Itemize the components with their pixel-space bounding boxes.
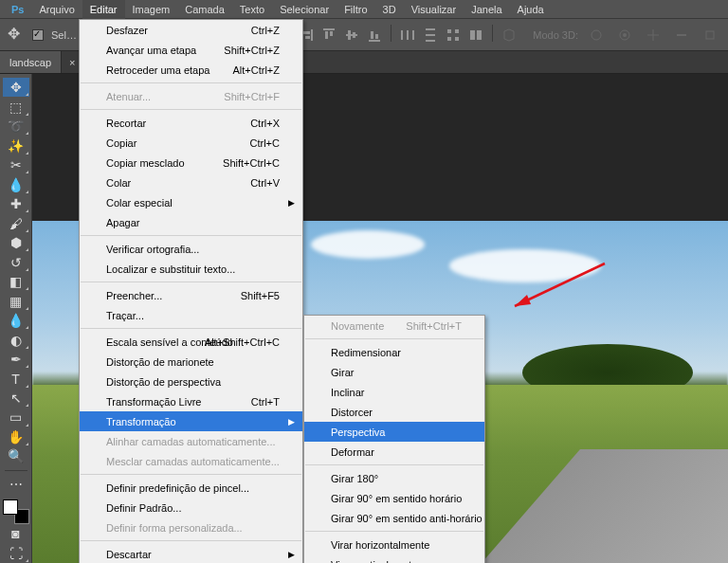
edit-menu-item[interactable]: Localizar e substituir texto... (80, 259, 302, 279)
3d-orbit-icon[interactable] (586, 25, 607, 45)
edit-menu-item[interactable]: Copiar mescladoShift+Ctrl+C (80, 153, 302, 173)
menu-ajuda[interactable]: Ajuda (510, 0, 552, 19)
type-tool[interactable]: T (3, 369, 29, 388)
distribute-h-icon[interactable] (397, 25, 418, 45)
edit-menu-item[interactable]: Preencher...Shift+F5 (80, 285, 302, 305)
edit-menu-item: Definir forma personalizada... (80, 518, 302, 537)
align-center-v-icon[interactable] (341, 25, 362, 45)
edit-menu-item[interactable]: Definir predefinição de pincel... (80, 478, 302, 498)
lasso-tool[interactable]: ➰ (3, 117, 29, 136)
edit-menu-item[interactable]: Definir Padrão... (80, 498, 302, 518)
edit-menu-item[interactable]: ColarCtrl+V (80, 173, 302, 192)
shape-tool[interactable]: ▭ (3, 408, 29, 427)
edit-toolbar-icon[interactable]: ⋯ (3, 475, 29, 494)
eraser-tool[interactable]: ◧ (3, 272, 29, 291)
svg-rect-13 (348, 30, 351, 40)
3d-zoom-icon[interactable] (700, 25, 720, 45)
3d-pan-icon[interactable] (643, 25, 664, 45)
menu-item-label: Descartar (106, 549, 152, 560)
transform-menu-item[interactable]: Inclinar (304, 382, 484, 402)
menu-texto[interactable]: Texto (232, 0, 272, 19)
move-tool[interactable]: ✥ (3, 78, 29, 97)
quickmask-icon[interactable]: ◙ (3, 524, 29, 543)
stamp-tool[interactable]: ⬢ (3, 233, 29, 252)
wand-tool[interactable]: ✨ (3, 136, 29, 154)
edit-menu-item[interactable]: Escala sensível a conteúdoAlt+Shift+Ctrl… (80, 332, 302, 352)
transform-menu-item[interactable]: Virar verticalmente (304, 554, 484, 563)
edit-menu-item[interactable]: Distorção de marionete (80, 352, 302, 372)
menu-shortcut: Alt+Ctrl+Z (232, 64, 280, 76)
marquee-tool[interactable]: ⬚ (3, 97, 29, 116)
blur-tool[interactable]: 💧 (3, 311, 29, 330)
svg-rect-11 (330, 31, 333, 36)
history-brush-tool[interactable]: ↺ (3, 252, 29, 271)
menu-arquivo[interactable]: Arquivo (31, 0, 82, 19)
foreground-color[interactable] (3, 499, 18, 515)
3d-mode-icon[interactable] (499, 25, 519, 45)
align-top-icon[interactable] (318, 25, 339, 45)
svg-rect-8 (305, 36, 310, 39)
edit-menu-item[interactable]: RecortarCtrl+X (80, 113, 302, 133)
menu-3d[interactable]: 3D (375, 0, 404, 19)
dodge-tool[interactable]: ◐ (3, 330, 29, 349)
edit-menu: DesfazerCtrl+ZAvançar uma etapaShift+Ctr… (79, 19, 303, 563)
align-bottom-icon[interactable] (364, 25, 385, 45)
menu-item-label: Verificar ortografia... (106, 244, 199, 255)
transform-menu-item[interactable]: Redimensionar (304, 342, 484, 362)
3d-roll-icon[interactable] (614, 25, 635, 45)
menu-item-label: Apagar (106, 217, 139, 228)
edit-menu-item[interactable]: Verificar ortografia... (80, 239, 302, 259)
transform-menu-item[interactable]: Distorcer (304, 402, 484, 422)
eyedropper-tool[interactable]: 💧 (3, 174, 29, 193)
transform-menu-item[interactable]: Girar 90° em sentido anti-horário (304, 508, 484, 528)
edit-menu-item[interactable]: DesfazerCtrl+Z (80, 20, 302, 40)
brush-tool[interactable]: 🖌 (3, 213, 29, 232)
menu-filtro[interactable]: Filtro (337, 0, 374, 19)
menu-imagem[interactable]: Imagem (125, 0, 178, 19)
svg-rect-33 (706, 31, 714, 39)
edit-menu-item[interactable]: Colar especial▶ (80, 192, 302, 212)
crop-tool[interactable]: ✂ (3, 155, 29, 174)
distribute-sp-icon[interactable] (443, 25, 464, 45)
distribute-v-icon[interactable] (420, 25, 441, 45)
move-tool-icon[interactable] (8, 27, 25, 44)
gradient-tool[interactable]: ▦ (3, 291, 29, 310)
menu-item-label: Inclinar (331, 387, 364, 398)
edit-menu-item[interactable]: Retroceder uma etapaAlt+Ctrl+Z (80, 60, 302, 80)
path-tool[interactable]: ↖ (3, 389, 29, 408)
auto-select-checkbox[interactable] (32, 29, 44, 41)
document-tab[interactable]: landscap (0, 51, 62, 73)
edit-menu-item[interactable]: Descartar▶ (80, 544, 302, 563)
heal-tool[interactable]: ✚ (3, 194, 29, 213)
transform-menu-item[interactable]: Perspectiva (304, 422, 484, 442)
transform-menu-item[interactable]: Girar 90° em sentido horário (304, 488, 484, 508)
transform-menu-item[interactable]: Girar 180° (304, 468, 484, 488)
menu-visualizar[interactable]: Visualizar (404, 0, 464, 19)
menu-camada[interactable]: Camada (177, 0, 232, 19)
edit-menu-item[interactable]: Transformação▶ (80, 411, 302, 431)
menu-shortcut: Shift+Ctrl+Z (224, 45, 280, 56)
3d-slide-icon[interactable] (671, 25, 692, 45)
edit-menu-item[interactable]: Avançar uma etapaShift+Ctrl+Z (80, 40, 302, 60)
edit-menu-item[interactable]: Traçar... (80, 305, 302, 325)
transform-menu-item[interactable]: Virar horizontalmente (304, 535, 484, 554)
pen-tool[interactable]: ✒ (3, 350, 29, 369)
menu-shortcut: Shift+F5 (241, 290, 280, 301)
hand-tool[interactable]: ✋ (3, 427, 29, 446)
menu-editar[interactable]: Editar (82, 0, 125, 19)
auto-align-icon[interactable] (465, 25, 486, 45)
transform-menu-item[interactable]: Deformar (304, 442, 484, 462)
edit-menu-item[interactable]: Apagar (80, 212, 302, 232)
menu-janela[interactable]: Janela (464, 0, 509, 19)
menu-shortcut: Shift+Ctrl+F (224, 91, 280, 102)
color-swatches[interactable] (3, 499, 29, 524)
menu-item-label: Mesclar camadas automaticamente... (106, 456, 280, 467)
transform-menu-item[interactable]: Girar (304, 362, 484, 382)
menu-selecionar[interactable]: Selecionar (272, 0, 337, 19)
edit-menu-item[interactable]: CopiarCtrl+C (80, 133, 302, 153)
edit-menu-item[interactable]: Transformação LivreCtrl+T (80, 391, 302, 411)
zoom-tool[interactable]: 🔍 (3, 446, 29, 465)
screenmode-icon[interactable]: ⛶ (3, 544, 29, 563)
edit-menu-item[interactable]: Distorção de perspectiva (80, 372, 302, 391)
menu-item-label: Definir predefinição de pincel... (106, 482, 249, 494)
